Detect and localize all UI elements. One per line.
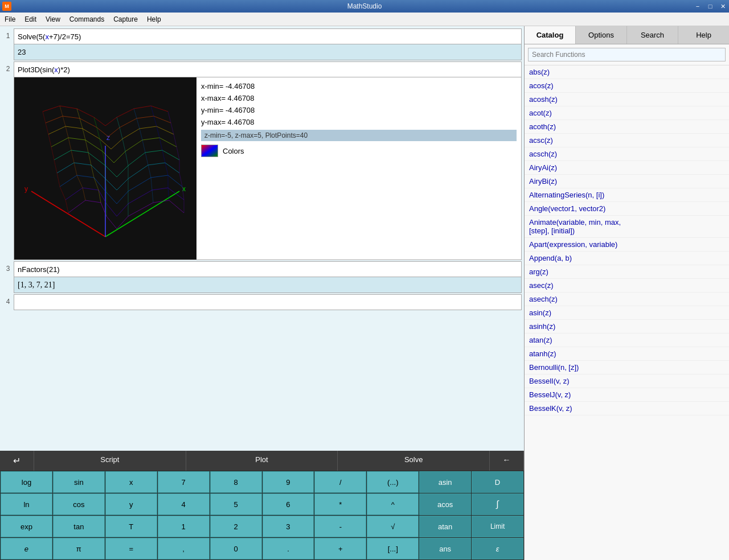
func-acsc[interactable]: acsc(z) xyxy=(525,134,729,147)
btn-integral[interactable]: ∫ xyxy=(472,493,523,515)
script-button[interactable]: Script xyxy=(34,451,186,471)
btn-bracket[interactable]: [...] xyxy=(367,538,419,559)
tab-search[interactable]: Search xyxy=(627,26,678,44)
func-asin[interactable]: asin(z) xyxy=(525,306,729,320)
func-angle[interactable]: Angle(vector1, vector2) xyxy=(525,202,729,216)
btn-log[interactable]: log xyxy=(1,471,52,493)
btn-tan[interactable]: tan xyxy=(53,516,105,537)
btn-8[interactable]: 8 xyxy=(210,471,262,493)
enter-button[interactable]: ↵ xyxy=(0,451,34,471)
btn-limit[interactable]: Limit xyxy=(472,516,523,537)
cell-4-input-field[interactable] xyxy=(18,298,518,307)
func-acos[interactable]: acos(z) xyxy=(525,79,729,93)
plot-3d-area[interactable]: x y z xyxy=(14,77,196,260)
btn-pi[interactable]: π xyxy=(53,538,105,559)
func-airyai[interactable]: AiryAi(z) xyxy=(525,161,729,175)
func-acsch[interactable]: acsch(z) xyxy=(525,147,729,161)
func-arg[interactable]: arg(z) xyxy=(525,265,729,279)
menu-help[interactable]: Help xyxy=(142,14,166,24)
btn-equals[interactable]: = xyxy=(105,538,157,559)
func-atanh[interactable]: atanh(z) xyxy=(525,347,729,361)
window-controls: − □ ✕ xyxy=(691,0,729,13)
btn-minus[interactable]: - xyxy=(314,516,366,537)
svg-text:z: z xyxy=(107,134,110,142)
btn-T[interactable]: T xyxy=(105,516,157,537)
btn-caret[interactable]: ^ xyxy=(367,493,419,515)
func-asinh[interactable]: asinh(z) xyxy=(525,320,729,333)
cell-3-input[interactable]: nFactors(21) xyxy=(14,261,522,277)
colors-row: Colors xyxy=(201,145,517,157)
tab-options[interactable]: Options xyxy=(576,26,627,44)
func-alternatingseries[interactable]: AlternatingSeries(n, [i]) xyxy=(525,188,729,202)
cell-4-input[interactable] xyxy=(14,294,522,310)
btn-epsilon[interactable]: ε xyxy=(472,538,523,559)
tab-catalog[interactable]: Catalog xyxy=(525,26,576,44)
menu-view[interactable]: View xyxy=(41,14,65,24)
btn-divide[interactable]: / xyxy=(314,471,366,493)
btn-6[interactable]: 6 xyxy=(263,493,314,515)
menu-file[interactable]: File xyxy=(0,14,20,24)
btn-4[interactable]: 4 xyxy=(158,493,210,515)
func-asech[interactable]: asech(z) xyxy=(525,293,729,306)
func-append[interactable]: Append(a, b) xyxy=(525,252,729,265)
plot-container: x y z xyxy=(14,77,522,260)
workspace: 1 Solve(5(x+7)/2=75) 23 2 Plot3D(sin(x)*… xyxy=(0,26,524,560)
func-bernoulli[interactable]: Bernoulli(n, [z]) xyxy=(525,361,729,374)
btn-2[interactable]: 2 xyxy=(210,516,262,537)
btn-plus[interactable]: + xyxy=(314,538,366,559)
func-atan[interactable]: atan(z) xyxy=(525,333,729,347)
solve-button[interactable]: Solve xyxy=(338,451,490,471)
cells-area: 1 Solve(5(x+7)/2=75) 23 2 Plot3D(sin(x)*… xyxy=(0,26,524,451)
func-apart[interactable]: Apart(expression, variable) xyxy=(525,238,729,252)
menu-commands[interactable]: Commands xyxy=(65,14,109,24)
btn-9[interactable]: 9 xyxy=(263,471,314,493)
func-acot[interactable]: acot(z) xyxy=(525,106,729,120)
btn-y[interactable]: y xyxy=(105,493,157,515)
maximize-button[interactable]: □ xyxy=(704,0,716,13)
minimize-button[interactable]: − xyxy=(691,0,704,13)
btn-5[interactable]: 5 xyxy=(210,493,262,515)
func-animate[interactable]: Animate(variable, min, max,[step], [init… xyxy=(525,216,729,238)
cell-2-input[interactable]: Plot3D(sin(x)*2) xyxy=(14,61,522,77)
func-besselj[interactable]: BesselJ(v, z) xyxy=(525,388,729,402)
btn-acos[interactable]: acos xyxy=(419,493,471,515)
func-airybi[interactable]: AiryBi(z) xyxy=(525,175,729,188)
cell-2-content: Plot3D(sin(x)*2) xyxy=(14,61,522,260)
plot-button[interactable]: Plot xyxy=(186,451,338,471)
func-besseli[interactable]: BesselI(v, z) xyxy=(525,374,729,388)
btn-paren[interactable]: (...) xyxy=(367,471,419,493)
btn-x[interactable]: x xyxy=(105,471,157,493)
menu-capture[interactable]: Capture xyxy=(109,14,142,24)
btn-sqrt[interactable]: √ xyxy=(367,516,419,537)
btn-1[interactable]: 1 xyxy=(158,516,210,537)
btn-cos[interactable]: cos xyxy=(53,493,105,515)
menubar: File Edit View Commands Capture Help xyxy=(0,13,729,26)
btn-0[interactable]: 0 xyxy=(210,538,262,559)
btn-dot[interactable]: . xyxy=(263,538,314,559)
btn-ln[interactable]: ln xyxy=(1,493,52,515)
btn-multiply[interactable]: * xyxy=(314,493,366,515)
menu-edit[interactable]: Edit xyxy=(20,14,41,24)
func-asec[interactable]: asec(z) xyxy=(525,279,729,293)
func-acoth[interactable]: acoth(z) xyxy=(525,120,729,134)
btn-7[interactable]: 7 xyxy=(158,471,210,493)
btn-ans[interactable]: ans xyxy=(419,538,471,559)
btn-atan[interactable]: atan xyxy=(419,516,471,537)
cell-1-input[interactable]: Solve(5(x+7)/2=75) xyxy=(14,28,522,44)
btn-e[interactable]: e xyxy=(1,538,52,559)
btn-exp[interactable]: exp xyxy=(1,516,52,537)
backspace-button[interactable]: ← xyxy=(490,451,524,471)
btn-D[interactable]: D xyxy=(472,471,523,493)
btn-comma[interactable]: , xyxy=(158,538,210,559)
btn-asin[interactable]: asin xyxy=(419,471,471,493)
cell-1-content: Solve(5(x+7)/2=75) 23 xyxy=(14,28,522,60)
func-acosh[interactable]: acosh(z) xyxy=(525,93,729,106)
func-abs[interactable]: abs(z) xyxy=(525,65,729,79)
search-input[interactable] xyxy=(528,48,726,61)
btn-sin[interactable]: sin xyxy=(53,471,105,493)
cell-3-number: 3 xyxy=(2,261,14,293)
close-button[interactable]: ✕ xyxy=(716,0,729,13)
btn-3[interactable]: 3 xyxy=(263,516,314,537)
func-besselk[interactable]: BesselK(v, z) xyxy=(525,402,729,415)
tab-help[interactable]: Help xyxy=(678,26,729,44)
